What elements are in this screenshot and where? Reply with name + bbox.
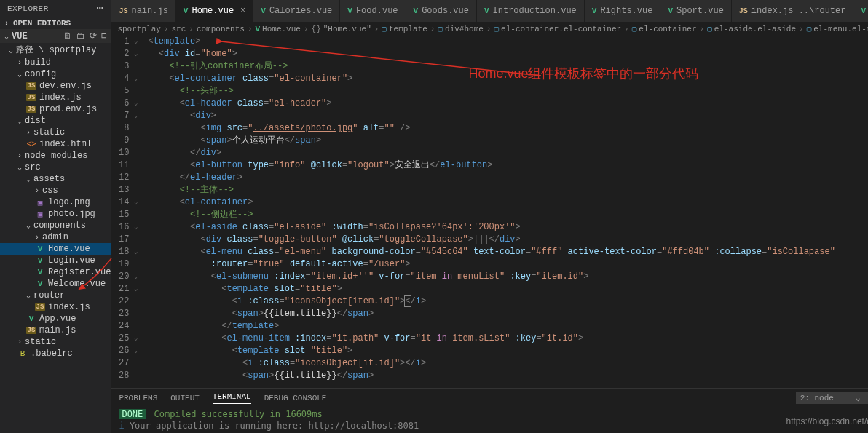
explorer-more-icon[interactable]: ⋯ (96, 6, 103, 12)
vue-file-icon: V (484, 7, 489, 15)
panel-tab-output[interactable]: OUTPUT (170, 394, 200, 402)
file-tree[interactable]: ⌄路径 \ sportplay›build⌄configJSdev.env.js… (0, 43, 111, 433)
tree-row[interactable]: ›static (0, 127, 111, 138)
breadcrumb-item[interactable]: ▢el-container.el-container (494, 24, 621, 33)
vue-file-icon: V (256, 25, 261, 33)
breadcrumb-separator-icon: › (248, 25, 253, 33)
editor-tab[interactable]: VLog (853, 0, 868, 22)
vue-file-icon: V (414, 7, 419, 15)
breadcrumb-label: "Home.vue" (323, 25, 371, 33)
editor-tab[interactable]: VIntroduction.vue (477, 0, 585, 22)
close-tab-icon[interactable]: × (240, 6, 245, 16)
open-editors-section[interactable]: › OPEN EDITORS (0, 17, 111, 29)
code-editor[interactable]: 1⌄2⌄34⌄56⌄7⌄891011121314⌄1516⌄1718⌄1920⌄… (111, 36, 868, 388)
breadcrumb-item[interactable]: src (171, 25, 186, 33)
tree-row[interactable]: VHome.vue (0, 243, 111, 255)
breadcrumb-item[interactable]: ▢template (382, 24, 427, 33)
breadcrumb-item[interactable]: ▢el-aside.el-aside (707, 24, 796, 33)
chevron-icon: › (17, 59, 22, 67)
tree-row[interactable]: ⌄assets (0, 173, 111, 185)
editor-tab[interactable]: VRights.vue (585, 0, 661, 22)
editor-tab[interactable]: VGoods.vue (406, 0, 477, 22)
tree-label: assets (33, 174, 65, 184)
tree-row[interactable]: ⌄components (0, 220, 111, 231)
editor-tab[interactable]: VHome.vue× (176, 0, 253, 22)
vue-file-icon: V (861, 7, 866, 15)
tree-label: Home.vue (48, 244, 90, 254)
tree-row[interactable]: ⌄src (0, 162, 111, 173)
breadcrumb-item[interactable]: sportplay (117, 25, 160, 33)
breadcrumb-item[interactable]: ▢div#home (438, 24, 483, 33)
breadcrumb-separator-icon: › (624, 25, 629, 33)
breadcrumb-item[interactable]: ▢el-menu.el-menu (807, 24, 868, 33)
tree-label: components (33, 221, 86, 231)
vue-file-icon: V (347, 7, 352, 15)
editor-tab[interactable]: VCalories.vue (253, 0, 340, 22)
code-content[interactable]: <template> <div id="home"> <!--引入contain… (148, 36, 868, 388)
tree-row[interactable]: ›static (0, 336, 111, 348)
editor-tab[interactable]: VSport.vue (660, 0, 731, 22)
breadcrumb-item[interactable]: components (197, 25, 245, 33)
chevron-down-icon: ⌄ (856, 393, 861, 402)
tree-row[interactable]: JSprod.env.js (0, 103, 111, 115)
breadcrumb-label: src (171, 25, 186, 33)
breadcrumb-separator-icon: › (164, 25, 169, 33)
collapse-all-icon[interactable]: ⊟ (101, 31, 106, 41)
vue-file-icon: V (35, 245, 45, 253)
js-file-icon: JS (119, 7, 127, 15)
tree-row[interactable]: ⌄config (0, 68, 111, 80)
tree-row[interactable]: ›node_modules (0, 150, 111, 162)
panel-tab-problems[interactable]: PROBLEMS (119, 394, 157, 402)
breadcrumb-item[interactable]: VHome.vue (256, 25, 301, 33)
panel-tab-terminal[interactable]: TERMINAL (213, 392, 251, 404)
workspace-header[interactable]: ⌄ VUE 🗎 🗀 ⟳ ⊟ (0, 29, 111, 43)
tree-row[interactable]: JSdev.env.js (0, 80, 111, 92)
tree-row[interactable]: JSindex.js (0, 92, 111, 103)
chevron-down-icon: ⌄ (4, 32, 9, 41)
js-file-icon: JS (35, 303, 45, 311)
tree-row[interactable]: ›css (0, 185, 111, 196)
chevron-icon: › (26, 129, 31, 137)
tree-row[interactable]: ⌄路径 \ sportplay (0, 43, 111, 57)
breadcrumbs[interactable]: sportplay›src›components›VHome.vue›{}"Ho… (111, 22, 868, 36)
tree-row[interactable]: ›build (0, 57, 111, 68)
editor-tabs[interactable]: JSnain.jsVHome.vue×VCalories.vueVFood.vu… (111, 0, 868, 22)
tree-row[interactable]: ▣logo.png (0, 196, 111, 208)
tree-row[interactable]: ▣photo.jpg (0, 208, 111, 220)
tree-row[interactable]: JSmain.js (0, 325, 111, 336)
tree-row[interactable]: <>index.html (0, 138, 111, 150)
js-file-icon: JS (26, 327, 36, 334)
tree-row[interactable]: ⌄router (0, 290, 111, 301)
tree-label: logo.png (48, 197, 90, 207)
breadcrumb-label: el-aside.el-aside (714, 25, 796, 33)
tree-row[interactable]: JSindex.js (0, 301, 111, 313)
terminal-selector[interactable]: 2: node ⌄ (796, 392, 868, 404)
panel-tab-debug[interactable]: DEBUG CONSOLE (264, 394, 327, 402)
breadcrumb-item[interactable]: {}"Home.vue" (312, 25, 371, 33)
terminal-output[interactable]: DONE Compiled successfully in 16609ms i … (111, 407, 868, 433)
new-file-icon[interactable]: 🗎 (63, 31, 72, 41)
new-folder-icon[interactable]: 🗀 (76, 31, 85, 41)
tree-row[interactable]: VLogin.vue (0, 255, 111, 266)
tree-row[interactable]: ›admin (0, 231, 111, 243)
refresh-icon[interactable]: ⟳ (90, 31, 97, 41)
editor-tab[interactable]: JSindex.js ..\router (732, 0, 854, 22)
tree-label: static (25, 337, 56, 347)
editor-tab[interactable]: JSnain.js (111, 0, 175, 22)
tree-row[interactable]: VApp.vue (0, 313, 111, 325)
bottom-panel: PROBLEMS OUTPUT TERMINAL DEBUG CONSOLE 2… (111, 388, 868, 433)
tree-row[interactable]: ⌄dist (0, 115, 111, 127)
tree-label: src (25, 162, 41, 172)
breadcrumb-item[interactable]: ▢el-container (632, 24, 697, 33)
babel-file-icon: B (17, 349, 28, 358)
tab-label: Introduction.vue (493, 6, 577, 16)
vue-file-icon: V (35, 268, 45, 277)
breadcrumb-label: components (197, 25, 245, 33)
breadcrumb-separator-icon: › (374, 25, 379, 33)
editor-tab[interactable]: VFood.vue (340, 0, 406, 22)
tree-row[interactable]: B.babelrc (0, 348, 111, 359)
tree-row[interactable]: VRegister.vue (0, 266, 111, 278)
image-file-icon: ▣ (35, 198, 45, 207)
html-file-icon: <> (26, 140, 36, 148)
tree-row[interactable]: VWelcome.vue (0, 278, 111, 290)
